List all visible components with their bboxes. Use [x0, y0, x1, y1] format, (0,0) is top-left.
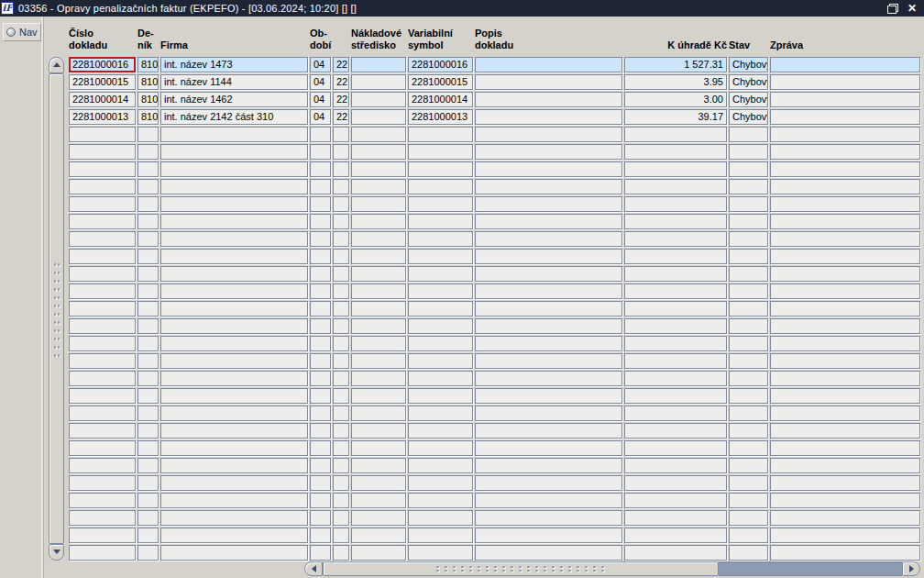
- cell-cislo-dokladu[interactable]: [69, 545, 136, 561]
- cell-zprava[interactable]: [770, 301, 920, 317]
- cell-obdobi[interactable]: [310, 388, 331, 404]
- cell-firma[interactable]: [160, 214, 308, 229]
- cell-zprava[interactable]: [770, 353, 920, 369]
- cell-obdobi[interactable]: [310, 458, 331, 473]
- cell-firma[interactable]: [160, 388, 308, 404]
- cell-cislo-dokladu[interactable]: [69, 266, 136, 282]
- cell-stav[interactable]: [729, 388, 768, 404]
- cell-stav[interactable]: [729, 161, 768, 177]
- cell-denik[interactable]: [138, 388, 159, 404]
- cell-cislo-dokladu[interactable]: 2281000015: [69, 74, 136, 90]
- cell-k-uhrade-kc[interactable]: 1 527.31: [624, 57, 727, 72]
- cell-stav[interactable]: [729, 318, 768, 334]
- cell-obdobi-rok[interactable]: 22: [333, 57, 349, 72]
- cell-obdobi-rok[interactable]: [333, 318, 349, 334]
- cell-nakladove-stredisko[interactable]: [351, 109, 406, 125]
- cell-zprava[interactable]: [770, 109, 920, 125]
- cell-k-uhrade-kc[interactable]: [624, 266, 727, 282]
- cell-obdobi-rok[interactable]: 22: [333, 74, 349, 90]
- cell-denik[interactable]: [138, 423, 159, 439]
- cell-nakladove-stredisko[interactable]: [351, 161, 406, 177]
- cell-variabilni-symbol[interactable]: [408, 388, 473, 404]
- cell-stav[interactable]: [729, 440, 768, 456]
- cell-nakladove-stredisko[interactable]: [351, 458, 406, 473]
- cell-firma[interactable]: [160, 283, 308, 299]
- cell-variabilni-symbol[interactable]: [408, 127, 473, 142]
- cell-obdobi[interactable]: [310, 196, 331, 212]
- cell-zprava[interactable]: [770, 127, 920, 142]
- cell-nakladove-stredisko[interactable]: [351, 371, 406, 386]
- cell-obdobi[interactable]: [310, 475, 331, 491]
- cell-nakladove-stredisko[interactable]: [351, 475, 406, 491]
- cell-popis-dokladu[interactable]: [475, 196, 622, 212]
- cell-nakladove-stredisko[interactable]: [351, 231, 406, 247]
- cell-variabilni-symbol[interactable]: [408, 510, 473, 526]
- cell-zprava[interactable]: [770, 493, 920, 508]
- cell-denik[interactable]: [138, 458, 159, 473]
- cell-nakladove-stredisko[interactable]: [351, 74, 406, 90]
- cell-cislo-dokladu[interactable]: [69, 528, 136, 543]
- cell-nakladove-stredisko[interactable]: [351, 336, 406, 351]
- cell-firma[interactable]: int. název 1462: [160, 92, 308, 107]
- cell-obdobi[interactable]: [310, 231, 331, 247]
- cell-cislo-dokladu[interactable]: [69, 179, 136, 195]
- cell-obdobi[interactable]: [310, 249, 331, 264]
- cell-variabilni-symbol[interactable]: [408, 336, 473, 351]
- cell-stav[interactable]: [729, 371, 768, 386]
- cell-k-uhrade-kc[interactable]: [624, 318, 727, 334]
- cell-k-uhrade-kc[interactable]: [624, 406, 727, 421]
- cell-zprava[interactable]: [770, 161, 920, 177]
- cell-obdobi-rok[interactable]: [333, 388, 349, 404]
- cell-denik[interactable]: [138, 493, 159, 508]
- cell-popis-dokladu[interactable]: [475, 440, 622, 456]
- cell-popis-dokladu[interactable]: [475, 406, 622, 421]
- cell-zprava[interactable]: [770, 406, 920, 421]
- cell-popis-dokladu[interactable]: [475, 92, 622, 107]
- cell-obdobi[interactable]: [310, 353, 331, 369]
- cell-denik[interactable]: [138, 196, 159, 212]
- cell-denik[interactable]: [138, 318, 159, 334]
- cell-obdobi[interactable]: 04: [310, 57, 331, 72]
- cell-variabilni-symbol[interactable]: [408, 161, 473, 177]
- scroll-down-button[interactable]: [49, 544, 64, 561]
- cell-nakladove-stredisko[interactable]: [351, 353, 406, 369]
- cell-popis-dokladu[interactable]: [475, 528, 622, 543]
- cell-nakladove-stredisko[interactable]: [351, 545, 406, 561]
- cell-obdobi-rok[interactable]: 22: [333, 109, 349, 125]
- cell-obdobi[interactable]: 04: [310, 109, 331, 125]
- cell-cislo-dokladu[interactable]: [69, 214, 136, 229]
- cell-obdobi-rok[interactable]: [333, 353, 349, 369]
- cell-firma[interactable]: [160, 318, 308, 334]
- cell-zprava[interactable]: [770, 231, 920, 247]
- cell-popis-dokladu[interactable]: [475, 545, 622, 561]
- cell-denik[interactable]: [138, 144, 159, 160]
- cell-obdobi-rok[interactable]: [333, 266, 349, 282]
- cell-stav[interactable]: [729, 301, 768, 317]
- cell-firma[interactable]: [160, 475, 308, 491]
- cell-firma[interactable]: [160, 161, 308, 177]
- cell-obdobi[interactable]: [310, 371, 331, 386]
- cell-variabilni-symbol[interactable]: [408, 475, 473, 491]
- cell-obdobi[interactable]: [310, 301, 331, 317]
- cell-obdobi-rok[interactable]: [333, 214, 349, 229]
- cell-cislo-dokladu[interactable]: [69, 458, 136, 473]
- cell-nakladove-stredisko[interactable]: [351, 510, 406, 526]
- cell-stav[interactable]: [729, 406, 768, 421]
- cell-variabilni-symbol[interactable]: [408, 249, 473, 264]
- cell-firma[interactable]: [160, 249, 308, 264]
- cell-stav[interactable]: [729, 510, 768, 526]
- cell-zprava[interactable]: [770, 74, 920, 90]
- cell-firma[interactable]: int. název 1473: [160, 57, 308, 72]
- cell-obdobi[interactable]: [310, 283, 331, 299]
- cell-zprava[interactable]: [770, 423, 920, 439]
- cell-cislo-dokladu[interactable]: [69, 249, 136, 264]
- cell-zprava[interactable]: [770, 458, 920, 473]
- cell-denik[interactable]: [138, 528, 159, 543]
- cell-k-uhrade-kc[interactable]: 39.17: [624, 109, 727, 125]
- cell-k-uhrade-kc[interactable]: [624, 440, 727, 456]
- cell-denik[interactable]: [138, 406, 159, 421]
- cell-popis-dokladu[interactable]: [475, 388, 622, 404]
- cell-nakladove-stredisko[interactable]: [351, 127, 406, 142]
- cell-k-uhrade-kc[interactable]: [624, 371, 727, 386]
- cell-popis-dokladu[interactable]: [475, 283, 622, 299]
